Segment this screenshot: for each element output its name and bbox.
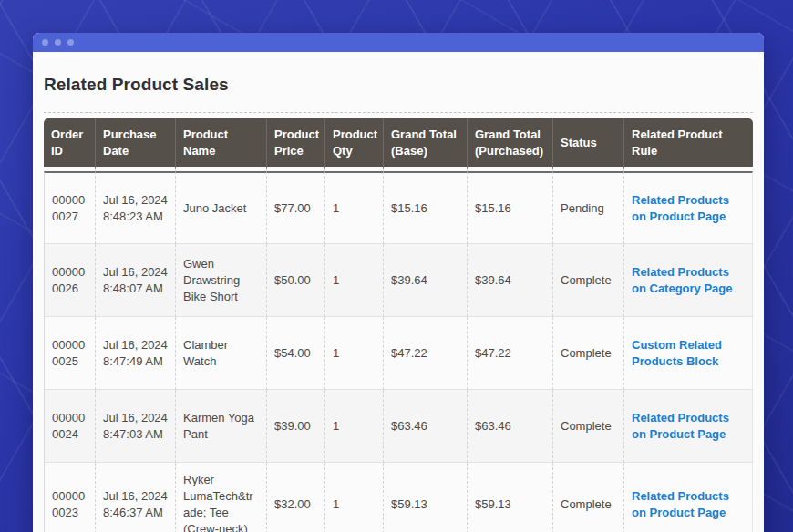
cell-grand-total-base: $15.16 — [383, 171, 467, 244]
col-header-product-price: Product Price — [266, 118, 324, 171]
table-header-row: Order ID Purchase Date Product Name Prod… — [44, 118, 753, 171]
cell-purchase-date: Jul 16, 2024 8:47:49 AM — [95, 317, 175, 390]
cell-product-price: $54.00 — [266, 317, 324, 390]
cell-order-id: 000000024 — [44, 390, 95, 463]
cell-related-product-rule: Related Products on Product Page — [623, 171, 753, 244]
cell-grand-total-purchased: $63.46 — [467, 390, 552, 463]
cell-product-name: Karmen Yoga Pant — [175, 390, 266, 463]
window-titlebar — [33, 33, 764, 52]
cell-grand-total-purchased: $39.64 — [467, 244, 552, 317]
col-header-grand-total-purchased: Grand Total (Purchased) — [467, 118, 552, 171]
related-product-rule-link[interactable]: Related Products on Product Page — [632, 488, 745, 521]
cell-grand-total-base: $47.22 — [383, 317, 467, 390]
col-header-status: Status — [552, 118, 623, 171]
table-row: 000000025 Jul 16, 2024 8:47:49 AM Clambe… — [44, 317, 753, 390]
col-header-order-id: Order ID — [44, 118, 95, 171]
cell-status: Complete — [552, 463, 623, 532]
col-header-product-name: Product Name — [175, 118, 266, 171]
table-body: 000000027 Jul 16, 2024 8:48:23 AM Juno J… — [44, 171, 753, 532]
table-row: 000000024 Jul 16, 2024 8:47:03 AM Karmen… — [44, 390, 753, 463]
page-title: Related Product Sales — [44, 75, 753, 95]
report-table-wrapper: Order ID Purchase Date Product Name Prod… — [44, 112, 753, 532]
window-control-dot-icon[interactable] — [67, 39, 74, 46]
cell-grand-total-base: $59.13 — [383, 463, 467, 532]
cell-related-product-rule: Related Products on Product Page — [623, 390, 753, 463]
cell-product-name: Juno Jacket — [175, 171, 266, 244]
cell-grand-total-purchased: $59.13 — [467, 463, 552, 532]
related-product-rule-link[interactable]: Related Products on Product Page — [632, 192, 745, 225]
purchase-date-date: Jul 16, 2024 — [103, 192, 168, 209]
cell-product-qty: 1 — [324, 171, 383, 244]
cell-grand-total-base: $63.46 — [383, 390, 467, 463]
purchase-date-time: 8:47:03 AM — [103, 426, 168, 443]
purchase-date-time: 8:46:37 AM — [103, 505, 168, 521]
cell-related-product-rule: Custom Related Products Block — [623, 317, 753, 390]
related-product-rule-link[interactable]: Custom Related Products Block — [632, 337, 745, 370]
table-row: 000000023 Jul 16, 2024 8:46:37 AM Ryker … — [44, 463, 753, 532]
table-header: Order ID Purchase Date Product Name Prod… — [44, 118, 753, 171]
cell-product-price: $77.00 — [266, 171, 324, 244]
col-header-grand-total-base: Grand Total (Base) — [383, 118, 467, 171]
cell-order-id: 000000026 — [44, 244, 95, 317]
cell-purchase-date: Jul 16, 2024 8:48:23 AM — [95, 171, 175, 244]
cell-order-id: 000000025 — [44, 317, 95, 390]
related-product-rule-link[interactable]: Related Products on Category Page — [632, 264, 745, 297]
related-product-rule-link[interactable]: Related Products on Product Page — [632, 410, 745, 443]
cell-grand-total-purchased: $47.22 — [467, 317, 552, 390]
cell-product-price: $32.00 — [266, 463, 324, 532]
purchase-date-date: Jul 16, 2024 — [103, 264, 168, 281]
cell-status: Complete — [552, 244, 623, 317]
cell-order-id: 000000027 — [44, 171, 95, 244]
cell-product-qty: 1 — [324, 244, 383, 317]
cell-product-name: Clamber Watch — [175, 317, 266, 390]
cell-product-name: Gwen Drawstring Bike Short — [175, 244, 266, 317]
cell-related-product-rule: Related Products on Category Page — [623, 244, 753, 317]
cell-product-qty: 1 — [324, 463, 383, 532]
purchase-date-time: 8:48:07 AM — [103, 281, 168, 297]
cell-product-qty: 1 — [324, 390, 383, 463]
cell-status: Complete — [552, 317, 623, 390]
cell-product-price: $39.00 — [266, 390, 324, 463]
table-row: 000000026 Jul 16, 2024 8:48:07 AM Gwen D… — [44, 244, 753, 317]
purchase-date-time: 8:47:49 AM — [103, 353, 168, 370]
window-content: Related Product Sales Order ID Purchase … — [33, 75, 764, 532]
cell-status: Pending — [552, 171, 623, 244]
window-control-dot-icon[interactable] — [55, 39, 61, 46]
purchase-date-date: Jul 16, 2024 — [103, 488, 168, 505]
purchase-date-time: 8:48:23 AM — [103, 209, 168, 225]
purchase-date-date: Jul 16, 2024 — [103, 337, 168, 353]
cell-order-id: 000000023 — [44, 463, 95, 532]
related-product-sales-table: Order ID Purchase Date Product Name Prod… — [44, 118, 753, 532]
window-control-dot-icon[interactable] — [42, 39, 48, 46]
col-header-purchase-date: Purchase Date — [95, 118, 175, 171]
cell-product-name: Ryker LumaTech&trade; Tee (Crew-neck) — [175, 463, 266, 532]
col-header-product-qty: Product Qty — [324, 118, 383, 171]
cell-status: Complete — [552, 390, 623, 463]
cell-product-qty: 1 — [324, 317, 383, 390]
cell-purchase-date: Jul 16, 2024 8:47:03 AM — [95, 390, 175, 463]
cell-product-price: $50.00 — [266, 244, 324, 317]
cell-purchase-date: Jul 16, 2024 8:46:37 AM — [95, 463, 175, 532]
table-row: 000000027 Jul 16, 2024 8:48:23 AM Juno J… — [44, 171, 753, 244]
cell-related-product-rule: Related Products on Product Page — [623, 463, 753, 532]
cell-grand-total-base: $39.64 — [383, 244, 467, 317]
browser-window: Related Product Sales Order ID Purchase … — [33, 33, 764, 532]
page-background: { "page": { "title": "Related Product Sa… — [0, 0, 793, 532]
cell-grand-total-purchased: $15.16 — [467, 171, 552, 244]
purchase-date-date: Jul 16, 2024 — [103, 410, 168, 426]
col-header-related-product-rule: Related Product Rule — [623, 118, 753, 171]
cell-purchase-date: Jul 16, 2024 8:48:07 AM — [95, 244, 175, 317]
